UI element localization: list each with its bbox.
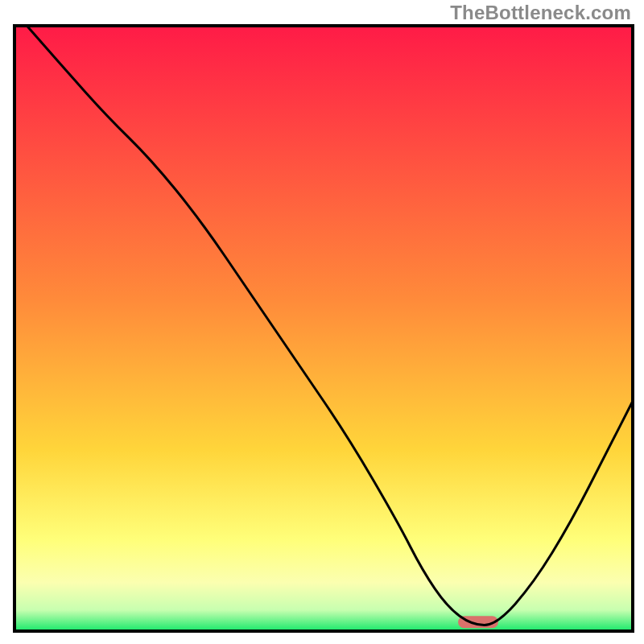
chart-canvas [0,0,644,644]
bottleneck-chart: TheBottleneck.com [0,0,644,644]
